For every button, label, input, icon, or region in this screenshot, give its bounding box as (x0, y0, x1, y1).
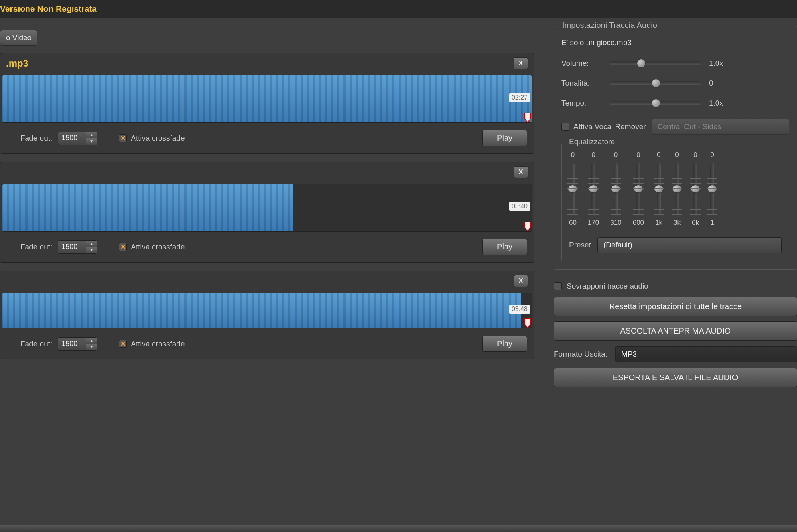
fade-out-input[interactable]: ▲ ▼ (58, 240, 97, 254)
track: X 05:40 Fade out: ▲ ▼ ✕ (0, 162, 534, 263)
export-button[interactable]: ESPORTA E SALVA IL FILE AUDIO (554, 368, 797, 387)
close-track-button[interactable]: X (514, 166, 528, 178)
add-video-button[interactable]: o Video (0, 30, 37, 46)
preset-label: Preset (569, 241, 591, 249)
crossfade-checkbox[interactable]: ✕ Attiva crossfade (119, 243, 185, 251)
slider-thumb-icon[interactable] (691, 185, 700, 193)
tempo-label: Tempo: (561, 99, 601, 108)
equalizer-title: Equalizzatore (567, 137, 617, 146)
reset-button[interactable]: Resetta impostazioni di tutte le tracce (554, 297, 797, 316)
eq-slider[interactable] (614, 163, 618, 215)
main-area: o Video .mp3 X 02:27 Fade out: ▲ (0, 18, 797, 526)
end-marker-icon[interactable] (524, 113, 532, 122)
slider-thumb-icon[interactable] (568, 185, 577, 193)
eq-slider[interactable] (591, 163, 595, 215)
fade-out-label: Fade out: (20, 243, 52, 251)
end-marker-icon[interactable] (524, 318, 532, 328)
track-controls: Fade out: ▲ ▼ ✕ Attiva crossfade Play (0, 330, 534, 359)
slider-thumb-icon[interactable] (652, 79, 660, 88)
eq-value: 0 (636, 151, 640, 159)
waveform[interactable]: 03:48 (2, 293, 532, 328)
volume-row: Volume: 1.0x (561, 59, 789, 68)
eq-slider[interactable] (710, 163, 714, 215)
slider-thumb-icon[interactable] (654, 185, 664, 193)
slider-thumb-icon[interactable] (672, 185, 682, 193)
crossfade-checkbox[interactable]: ✕ Attiva crossfade (119, 134, 185, 143)
eq-slider[interactable] (675, 163, 679, 215)
eq-value: 0 (591, 151, 595, 159)
fade-out-field[interactable] (58, 241, 86, 253)
title-bar: Versione Non Registrata (0, 0, 797, 18)
overlap-checkbox[interactable]: Sovrapponi tracce audio (554, 282, 797, 291)
vocal-remover-checkbox[interactable]: ✕ Attiva Vocal Remover (561, 122, 646, 131)
preset-select[interactable]: (Default) (597, 237, 782, 253)
overlap-label: Sovrapponi tracce audio (567, 282, 648, 291)
waveform[interactable]: 02:27 (2, 75, 532, 123)
volume-slider[interactable] (609, 61, 701, 65)
tempo-slider[interactable] (609, 101, 701, 105)
eq-band-label: 600 (633, 219, 644, 227)
eq-band-label: 1k (655, 219, 662, 227)
close-track-button[interactable]: X (514, 275, 528, 287)
eq-value: 0 (710, 151, 714, 159)
waveform-time: 03:48 (509, 305, 530, 314)
waveform[interactable]: 05:40 (2, 184, 532, 232)
fade-out-field[interactable] (58, 338, 86, 350)
right-panel: Impostazioni Traccia Audio E' solo un gi… (546, 18, 797, 526)
spinner-up-icon[interactable]: ▲ (86, 241, 97, 247)
slider-thumb-icon[interactable] (589, 185, 598, 193)
preview-button[interactable]: ASCOLTA ANTEPRIMA AUDIO (554, 321, 797, 341)
play-button[interactable]: Play (482, 130, 527, 146)
eq-slider[interactable] (636, 163, 640, 215)
spinner-down-icon[interactable]: ▼ (86, 247, 97, 253)
eq-slider[interactable] (693, 163, 697, 215)
fade-out-input[interactable]: ▲ ▼ (58, 337, 97, 351)
track-controls: Fade out: ▲ ▼ ✕ Attiva crossfade Play (0, 124, 534, 153)
eq-value: 0 (693, 151, 697, 159)
spinner-down-icon[interactable]: ▼ (86, 138, 97, 145)
eq-band-label: 60 (569, 219, 577, 227)
spinner-up-icon[interactable]: ▲ (86, 132, 97, 138)
spinner-down-icon[interactable]: ▼ (86, 344, 97, 350)
tempo-row: Tempo: 1.0x (561, 99, 789, 108)
eq-band-label: 310 (610, 219, 621, 227)
eq-sliders: 0 60 0 170 0 310 0 (569, 151, 782, 227)
crossfade-label: Attiva crossfade (131, 243, 185, 251)
checkbox-empty-icon (554, 282, 562, 290)
play-button[interactable]: Play (482, 239, 527, 255)
waveform-fill (2, 75, 532, 122)
track-controls: Fade out: ▲ ▼ ✕ Attiva crossfade Play (0, 233, 534, 262)
waveform-fill (2, 184, 293, 231)
eq-slider[interactable] (657, 163, 661, 215)
slider-thumb-icon[interactable] (652, 99, 660, 108)
preset-row: Preset (Default) (569, 237, 782, 253)
close-track-button[interactable]: X (514, 57, 528, 69)
eq-band-310: 0 310 (610, 151, 621, 227)
slider-thumb-icon[interactable] (634, 185, 643, 193)
eq-band-3k: 0 3k (673, 151, 681, 227)
spinner-up-icon[interactable]: ▲ (86, 338, 97, 344)
slider-thumb-icon[interactable] (707, 185, 717, 193)
crossfade-checkbox[interactable]: ✕ Attiva crossfade (119, 340, 185, 348)
eq-band-label: 170 (588, 219, 599, 227)
tempo-value: 1.0x (709, 99, 733, 108)
play-button[interactable]: Play (482, 336, 527, 352)
selected-filename: E' solo un gioco.mp3 (561, 38, 789, 47)
eq-slider[interactable] (571, 163, 575, 215)
volume-label: Volume: (561, 59, 601, 68)
fade-out-field[interactable] (58, 132, 86, 145)
eq-band-label: 1 (710, 219, 714, 227)
checkbox-empty-icon: ✕ (561, 123, 569, 131)
vocal-mode-select[interactable]: Central Cut - Sides (652, 119, 789, 135)
eq-value: 0 (571, 151, 575, 159)
eq-value: 0 (657, 151, 660, 159)
volume-value: 1.0x (709, 59, 733, 68)
format-select[interactable]: MP3 (615, 346, 797, 362)
slider-thumb-icon[interactable] (611, 185, 620, 193)
slider-thumb-icon[interactable] (637, 59, 646, 68)
end-marker-icon[interactable] (524, 222, 532, 231)
tone-slider[interactable] (609, 81, 701, 85)
left-panel: o Video .mp3 X 02:27 Fade out: ▲ (0, 18, 546, 526)
track-title: .mp3 (6, 58, 514, 69)
fade-out-input[interactable]: ▲ ▼ (58, 132, 97, 145)
